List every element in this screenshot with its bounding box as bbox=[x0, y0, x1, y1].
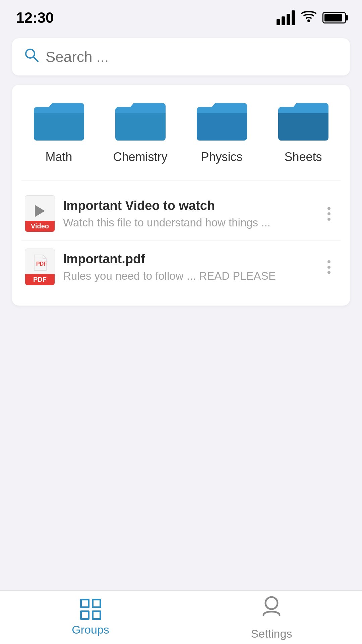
search-bar[interactable] bbox=[12, 38, 350, 75]
folder-math[interactable]: Math bbox=[21, 97, 96, 164]
svg-text:PDF: PDF bbox=[36, 261, 47, 267]
file-name-video: Important Video to watch bbox=[63, 199, 312, 213]
folder-sheets-label: Sheets bbox=[284, 150, 322, 164]
folder-chemistry[interactable]: Chemistry bbox=[103, 97, 178, 164]
file-desc-pdf: Rules you need to follow ... READ PLEASE bbox=[63, 270, 312, 282]
bottom-nav: Groups Settings bbox=[0, 590, 362, 644]
folder-chemistry-icon bbox=[112, 97, 169, 144]
wifi-icon bbox=[301, 10, 316, 25]
svg-point-4 bbox=[265, 597, 278, 609]
battery-icon bbox=[322, 12, 346, 23]
more-button-pdf[interactable] bbox=[320, 257, 337, 277]
nav-settings[interactable]: Settings bbox=[181, 589, 362, 644]
folder-sheets-icon bbox=[275, 97, 332, 144]
svg-line-2 bbox=[34, 57, 38, 61]
divider bbox=[21, 180, 341, 180]
pdf-badge: PDF bbox=[25, 274, 55, 285]
more-button-video[interactable] bbox=[320, 204, 337, 224]
settings-icon bbox=[259, 594, 284, 624]
content-card: Math Chemistry Physics bbox=[12, 85, 350, 306]
folder-sheets[interactable]: Sheets bbox=[266, 97, 341, 164]
file-item-pdf[interactable]: PDF PDF Important.pdf Rules you need to … bbox=[21, 240, 341, 293]
folder-physics-icon bbox=[193, 97, 250, 144]
signal-icon bbox=[277, 10, 295, 25]
folder-math-icon bbox=[31, 97, 87, 144]
folder-chemistry-label: Chemistry bbox=[113, 150, 167, 164]
folder-math-label: Math bbox=[45, 150, 72, 164]
file-item-video[interactable]: Video Important Video to watch Watch thi… bbox=[21, 187, 341, 240]
file-name-pdf: Important.pdf bbox=[63, 252, 312, 266]
video-badge: Video bbox=[25, 221, 55, 232]
folders-grid: Math Chemistry Physics bbox=[21, 97, 341, 164]
pdf-file-icon: PDF PDF bbox=[25, 249, 55, 285]
nav-settings-label: Settings bbox=[251, 627, 292, 640]
folder-physics-label: Physics bbox=[201, 150, 242, 164]
file-desc-video: Watch this file to understand how things… bbox=[63, 216, 312, 229]
status-bar: 12:30 bbox=[0, 0, 362, 32]
folder-physics[interactable]: Physics bbox=[184, 97, 259, 164]
status-time: 12:30 bbox=[16, 9, 54, 26]
svg-point-0 bbox=[307, 19, 310, 22]
nav-groups[interactable]: Groups bbox=[0, 593, 181, 642]
main-content: Math Chemistry Physics bbox=[0, 32, 362, 590]
video-file-icon: Video bbox=[25, 195, 55, 232]
file-info-pdf: Important.pdf Rules you need to follow .… bbox=[63, 252, 312, 282]
file-info-video: Important Video to watch Watch this file… bbox=[63, 199, 312, 229]
search-input[interactable] bbox=[46, 49, 338, 65]
status-icons bbox=[277, 10, 346, 25]
search-icon bbox=[24, 48, 39, 66]
groups-icon bbox=[80, 599, 101, 620]
nav-groups-label: Groups bbox=[72, 623, 109, 636]
